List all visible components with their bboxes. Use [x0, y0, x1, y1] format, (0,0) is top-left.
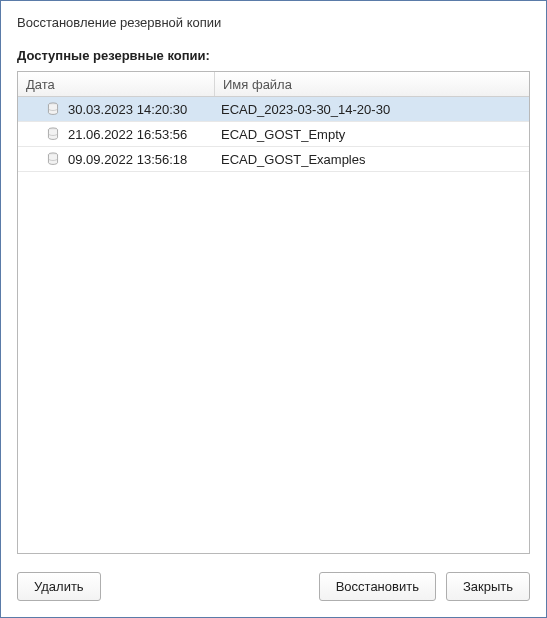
restore-backup-dialog: Восстановление резервной копии Доступные…	[0, 0, 547, 618]
cell-date: 30.03.2023 14:20:30	[18, 97, 215, 121]
delete-button[interactable]: Удалить	[17, 572, 101, 601]
cell-file: ECAD_GOST_Examples	[215, 147, 529, 171]
cell-file: ECAD_GOST_Empty	[215, 122, 529, 146]
table-row[interactable]: 30.03.2023 14:20:30ECAD_2023-03-30_14-20…	[18, 97, 529, 122]
table-row[interactable]: 09.09.2022 13:56:18ECAD_GOST_Examples	[18, 147, 529, 172]
cell-file: ECAD_2023-03-30_14-20-30	[215, 97, 529, 121]
dialog-title: Восстановление резервной копии	[17, 15, 530, 30]
section-label: Доступные резервные копии:	[17, 48, 530, 63]
cell-date: 21.06.2022 16:53:56	[18, 122, 215, 146]
column-header-file[interactable]: Имя файла	[215, 72, 529, 96]
table-body: 30.03.2023 14:20:30ECAD_2023-03-30_14-20…	[18, 97, 529, 553]
date-text: 21.06.2022 16:53:56	[68, 127, 187, 142]
date-text: 30.03.2023 14:20:30	[68, 102, 187, 117]
backup-table: Дата Имя файла 30.03.2023 14:20:30ECAD_2…	[17, 71, 530, 554]
database-icon	[46, 127, 60, 141]
database-icon	[46, 102, 60, 116]
date-text: 09.09.2022 13:56:18	[68, 152, 187, 167]
table-row[interactable]: 21.06.2022 16:53:56ECAD_GOST_Empty	[18, 122, 529, 147]
close-button[interactable]: Закрыть	[446, 572, 530, 601]
cell-date: 09.09.2022 13:56:18	[18, 147, 215, 171]
button-bar: Удалить Восстановить Закрыть	[17, 572, 530, 601]
table-header: Дата Имя файла	[18, 72, 529, 97]
database-icon	[46, 152, 60, 166]
restore-button[interactable]: Восстановить	[319, 572, 436, 601]
column-header-date[interactable]: Дата	[18, 72, 215, 96]
file-text: ECAD_2023-03-30_14-20-30	[221, 102, 390, 117]
file-text: ECAD_GOST_Empty	[221, 127, 345, 142]
file-text: ECAD_GOST_Examples	[221, 152, 366, 167]
